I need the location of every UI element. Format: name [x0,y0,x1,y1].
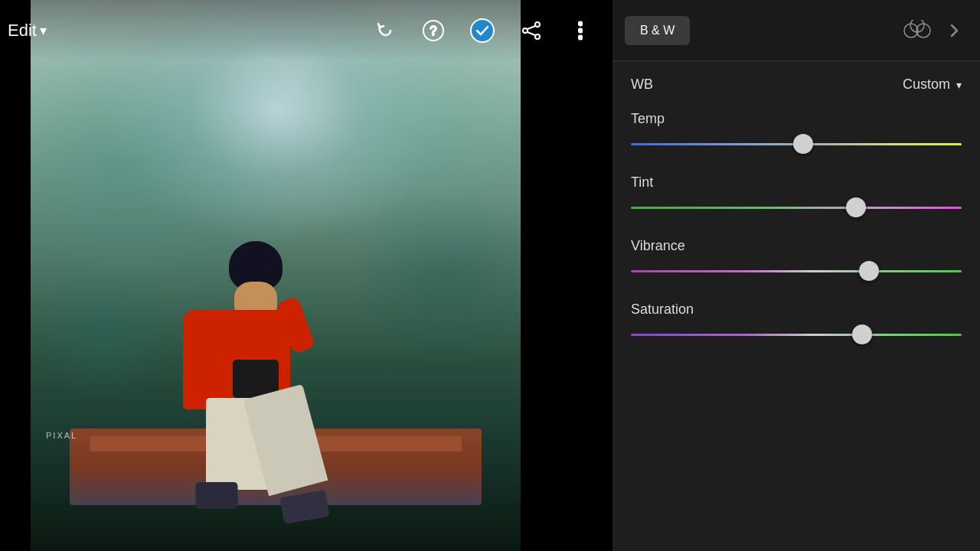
photo-area: PIXAL Edit ▾ ? [0,0,612,551]
panel-next-arrow[interactable] [940,14,968,47]
svg-line-6 [528,26,535,29]
svg-point-3 [535,22,540,27]
panel-topbar: B & W [612,0,980,61]
color-mixer-icon[interactable] [900,14,934,47]
vibrance-label: Vibrance [631,238,962,254]
wb-dropdown[interactable]: Custom ▾ [903,77,962,93]
confirm-button[interactable] [466,14,499,47]
share-button[interactable] [514,14,548,47]
edit-chevron-icon[interactable]: ▾ [40,22,47,39]
vibrance-slider-container [631,262,962,280]
bw-button[interactable]: B & W [625,16,690,45]
edit-label: Edit [8,21,37,41]
svg-line-7 [528,32,535,35]
svg-point-13 [910,20,924,32]
svg-point-8 [579,22,583,26]
wb-chevron-icon: ▾ [956,79,962,91]
help-button[interactable]: ? [416,14,450,47]
tint-slider-container [631,198,962,217]
svg-text:?: ? [430,24,437,37]
svg-point-9 [579,29,583,33]
wb-label: WB [631,77,653,93]
watermark: PIXAL [46,431,77,440]
photo-container: PIXAL [31,0,521,551]
saturation-label: Saturation [631,302,962,318]
controls-area: WB Custom ▾ Temp Tint [612,61,980,551]
more-button[interactable] [564,14,597,47]
vibrance-slider-row: Vibrance [631,238,962,280]
wb-row: WB Custom ▾ [631,77,962,93]
photo-scene [31,0,521,551]
temp-slider-container [631,135,962,153]
undo-button[interactable] [368,14,401,47]
svg-point-4 [535,34,540,39]
temp-slider-row: Temp [631,111,962,153]
toolbar-left: Edit ▾ [8,21,47,41]
svg-point-5 [523,28,528,33]
svg-point-10 [579,36,583,40]
tint-label: Tint [631,174,962,191]
svg-point-2 [471,19,494,42]
person-shoe-left [196,482,238,509]
right-panel: B & W WB Custom ▾ Te [612,0,980,551]
saturation-slider-row: Saturation [631,302,962,344]
toolbar: Edit ▾ ? [0,0,612,61]
tint-slider-row: Tint [631,174,962,217]
temp-label: Temp [631,111,962,127]
saturation-slider-container [631,325,962,344]
wb-value-text: Custom [903,77,950,93]
